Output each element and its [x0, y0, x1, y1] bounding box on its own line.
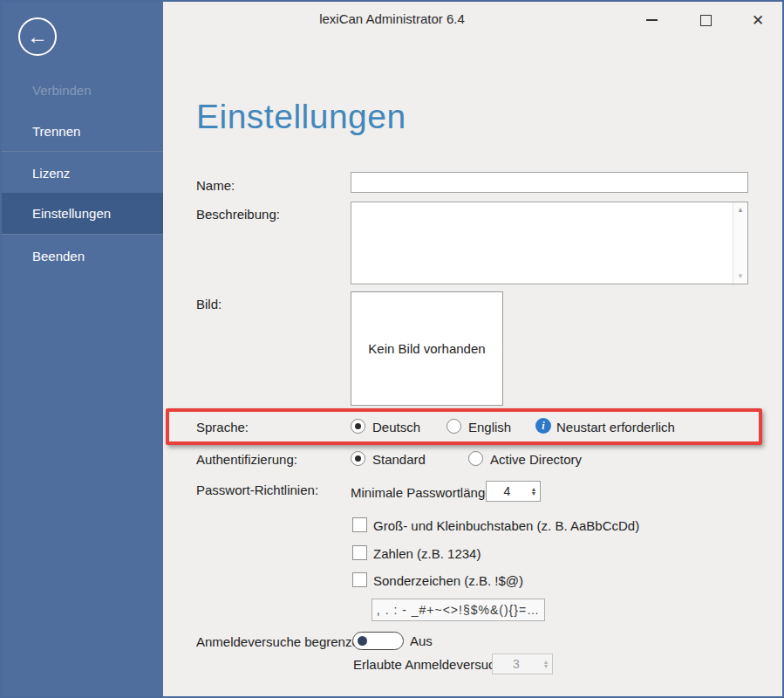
checkbox-zahlen-label[interactable]: Zahlen (z.B. 1234) — [373, 546, 481, 561]
maximize-icon — [700, 15, 712, 26]
spin-down-icon: ▼ — [543, 664, 549, 668]
checkbox-sonderzeichen[interactable] — [352, 572, 367, 587]
restart-notice: Neustart erforderlich — [556, 420, 675, 435]
scrollbar[interactable]: ▲ ▼ — [733, 202, 747, 284]
bild-label: Bild: — [196, 297, 222, 311]
sidebar: ← Verbinden Trennen Lizenz Einstellungen… — [2, 2, 163, 696]
erlaubte-anmeldeversuche-value: 3 — [493, 654, 540, 674]
sprache-label: Sprache: — [196, 420, 249, 435]
radio-english-label[interactable]: English — [468, 420, 511, 435]
sonderzeichen-list-input[interactable] — [372, 599, 545, 621]
spin-down-icon[interactable]: ▼ — [531, 491, 537, 496]
minimize-icon — [646, 19, 658, 21]
checkbox-sonderzeichen-label[interactable]: Sonderzeichen (z.B. !$@) — [373, 573, 523, 588]
erlaubte-anmeldeversuche-label: Erlaubte Anmeldeversuche: — [353, 657, 513, 672]
page-title: Einstellungen — [196, 98, 406, 136]
bild-placeholder-box[interactable]: Kein Bild vorhanden — [351, 291, 503, 406]
beschreibung-label: Beschreibung: — [196, 207, 280, 222]
radio-standard[interactable] — [351, 451, 365, 466]
anmeldeversuche-label: Anmeldeversuche begrenzen: — [196, 634, 370, 649]
radio-active-directory-label[interactable]: Active Directory — [490, 452, 582, 467]
beschreibung-textarea[interactable]: ▲ ▼ — [351, 202, 748, 284]
info-icon: i — [535, 418, 551, 434]
toggle-state-text: Aus — [410, 633, 433, 648]
close-button[interactable]: ✕ — [743, 9, 773, 31]
scroll-up-icon[interactable]: ▲ — [733, 202, 747, 217]
passwort-richtlinien-label: Passwort-Richtlinien: — [196, 482, 318, 497]
checkbox-zahlen[interactable] — [352, 545, 367, 560]
maximize-button[interactable] — [691, 9, 720, 31]
sidebar-item-trennen[interactable]: Trennen — [2, 124, 163, 139]
sidebar-item-beenden[interactable]: Beenden — [2, 249, 163, 263]
sidebar-divider — [2, 151, 163, 152]
radio-standard-label[interactable]: Standard — [372, 452, 426, 467]
scroll-down-icon[interactable]: ▼ — [733, 269, 747, 284]
erlaubte-anmeldeversuche-spinner: 3 ▲ ▼ — [492, 654, 553, 674]
checkbox-grossklein[interactable] — [352, 517, 367, 532]
sidebar-item-lizenz[interactable]: Lizenz — [2, 166, 163, 181]
sidebar-divider — [2, 234, 163, 235]
name-input[interactable] — [351, 172, 748, 193]
radio-deutsch[interactable] — [351, 419, 365, 434]
sidebar-item-einstellungen[interactable]: Einstellungen — [2, 193, 163, 234]
close-icon: ✕ — [752, 13, 764, 28]
app-window: ← Verbinden Trennen Lizenz Einstellungen… — [0, 0, 784, 698]
bild-empty-text: Kein Bild vorhanden — [368, 341, 485, 356]
toggle-knob — [358, 636, 367, 646]
min-passwortlaenge-value: 4 — [487, 482, 528, 501]
checkbox-grossklein-label[interactable]: Groß- und Kleinbuchstaben (z. B. AaBbCcD… — [373, 518, 639, 533]
back-arrow-icon: ← — [27, 26, 48, 47]
sidebar-item-verbinden[interactable]: Verbinden — [2, 83, 163, 98]
radio-english[interactable] — [447, 419, 461, 434]
radio-active-directory[interactable] — [468, 451, 483, 466]
name-label: Name: — [196, 178, 235, 193]
min-passwortlaenge-label: Minimale Passwortlänge: — [351, 485, 496, 500]
minimize-button[interactable] — [637, 9, 666, 31]
min-passwortlaenge-spinner[interactable]: 4 ▲ ▼ — [486, 481, 541, 502]
radio-deutsch-label[interactable]: Deutsch — [372, 420, 420, 435]
anmeldeversuche-toggle[interactable] — [352, 632, 404, 650]
auth-label: Authentifizierung: — [196, 452, 297, 467]
